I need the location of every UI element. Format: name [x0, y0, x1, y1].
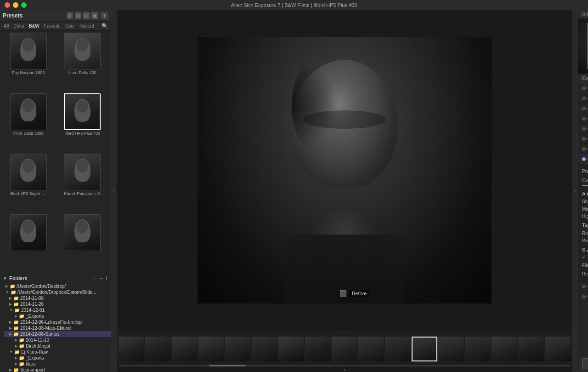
film-thumb[interactable]: [332, 337, 357, 361]
folder-item[interactable]: ▶ 📁 klara: [4, 361, 111, 367]
preset-item[interactable]: Ilford HP5 Plus 400: [56, 93, 109, 153]
folder-item[interactable]: ▼ 📁 Ej Klara-Raw: [4, 349, 111, 355]
folder-item[interactable]: ▶ 📁 2014-12-08-Mats-Eklund: [4, 325, 111, 331]
panel-enable-dot[interactable]: [582, 147, 586, 151]
folder-item[interactable]: ▶ 📁 2014-11-08: [4, 295, 111, 301]
filmstrip-scrollbar[interactable]: [117, 364, 572, 367]
film-thumb[interactable]: [278, 337, 304, 361]
filter-all[interactable]: All: [3, 23, 10, 29]
preset-item[interactable]: Ilford Delta 100: [56, 33, 109, 92]
right-collapse-handle[interactable]: ›: [572, 10, 578, 372]
film-thumb[interactable]: [518, 337, 544, 361]
film-thumb[interactable]: [225, 337, 251, 361]
search-icon[interactable]: 🔍: [102, 23, 108, 29]
folders-header[interactable]: ▼ Folders ··· − +: [0, 273, 111, 283]
grid-small-icon[interactable]: ⊞: [67, 12, 73, 19]
filter-user[interactable]: User: [64, 23, 76, 29]
close-button[interactable]: [5, 2, 10, 8]
film-thumb[interactable]: [145, 337, 171, 361]
folder-item[interactable]: ▶ 📁 _Exports: [4, 313, 111, 319]
panel-vignette[interactable]: ↺ Vignette ◀: [578, 124, 588, 134]
panel-ir[interactable]: ↺ IR ◀: [578, 281, 588, 292]
panel-enable-dot[interactable]: [582, 97, 586, 100]
panel-color[interactable]: ↺ Color ◀: [578, 103, 588, 114]
filter-favorite[interactable]: Favorite: [43, 23, 62, 29]
panel-enable-dot[interactable]: [582, 157, 586, 161]
panel-enable-dot[interactable]: [582, 295, 586, 298]
panel-bokeh[interactable]: ↺ Bokeh ◀: [578, 292, 588, 302]
panel-tone-curve[interactable]: ↺ Tone Curve ◀: [578, 114, 588, 124]
preset-item[interactable]: Fuji Neopan 1600: [2, 33, 55, 92]
film-thumb[interactable]: [305, 337, 331, 361]
folder-item[interactable]: ▶ 📁 2014-11-26: [4, 301, 111, 307]
film-thumb[interactable]: [385, 337, 411, 361]
panel-enable-dot[interactable]: [582, 86, 586, 90]
folder-item[interactable]: ▶ 📁 Direktfångst: [4, 343, 111, 349]
revert-button[interactable]: Revert: [582, 358, 588, 369]
folder-item[interactable]: ▶ 📁 2014-12-10: [4, 337, 111, 343]
panel-focus[interactable]: ↺ Focus ◀: [578, 144, 588, 154]
panel-basic[interactable]: ↺ Basic ◀: [578, 83, 588, 93]
film-thumb[interactable]: [198, 337, 224, 361]
folder-minus[interactable]: −: [100, 275, 103, 281]
size-label: Size: [582, 247, 588, 252]
midtone-label: Midtone: [582, 206, 588, 212]
window-controls[interactable]: [5, 2, 27, 8]
panel-indicators: ↺: [582, 116, 588, 121]
panel-enable-dot[interactable]: [582, 137, 586, 141]
film-thumb[interactable]: [545, 337, 571, 361]
before-checkbox[interactable]: [340, 290, 346, 297]
film-thumb[interactable]: [465, 337, 491, 361]
panel-enable-dot[interactable]: [582, 127, 586, 131]
list-icon[interactable]: ≡: [83, 12, 90, 19]
film-thumb[interactable]: [172, 337, 198, 361]
film-thumb[interactable]: [438, 337, 464, 361]
folder-item[interactable]: ▶ 📁 2014-12-06-LukasoFia-brollop: [4, 319, 111, 325]
panel-enable-dot[interactable]: [582, 285, 586, 288]
grid-medium-icon[interactable]: ⊟: [75, 12, 81, 19]
preset-item[interactable]: Ilford Delta 3200: [2, 93, 55, 153]
panel-grain[interactable]: ↺ Grain ▼: [578, 154, 588, 164]
grain-strength-slider[interactable]: [582, 185, 588, 186]
preset-item[interactable]: Ilford XP2 Super 400: [2, 154, 55, 213]
add-preset-button[interactable]: +: [101, 12, 108, 19]
folder-item[interactable]: ▶ 📁 _Exports: [4, 355, 111, 361]
preset-item[interactable]: [2, 214, 55, 269]
film-thumb[interactable]: [492, 337, 517, 361]
filter-bw[interactable]: B&W: [28, 23, 40, 29]
size-auto-row: ✓ Automatic: [582, 254, 588, 259]
size-auto-check[interactable]: ✓: [582, 254, 586, 259]
panels-list: ↺ Basic ◀ ↺ Crop And Rotate ◀ ↺: [578, 83, 588, 355]
panel-crop[interactable]: ↺ Crop And Rotate ◀: [578, 93, 588, 103]
title-bar: Alien Skin Exposure 7 | B&W Films | Ilfo…: [0, 0, 588, 10]
folder-item[interactable]: ▼ 📁 /Users/Gordon/Dropbox/Datorn/Bilde..…: [4, 289, 111, 295]
folder-item-selected[interactable]: ▶ 📁 2014-12-08-Santos: [4, 331, 111, 337]
preset-item[interactable]: Kodak Panatomic-X: [56, 154, 109, 213]
film-thumb-active[interactable]: [412, 337, 437, 361]
compare-icon[interactable]: ⊠: [91, 12, 98, 19]
maximize-button[interactable]: [21, 2, 27, 8]
panel-overlays[interactable]: ↺ Overlays ◀: [578, 134, 588, 144]
folder-plus[interactable]: +: [105, 275, 108, 281]
filter-recent[interactable]: Recent: [79, 23, 95, 29]
panel-indicators: ↺: [582, 284, 588, 289]
film-thumb[interactable]: [252, 337, 277, 361]
panel-enable-dot[interactable]: [582, 107, 586, 110]
grain-preset-row: Preset: *Off* ↺: [582, 167, 588, 175]
left-collapse-handle[interactable]: ‹: [111, 10, 117, 372]
panel-indicators: ↺: [582, 136, 588, 142]
minimize-button[interactable]: [13, 2, 18, 8]
folder-item[interactable]: ▶ 📁 Scan-import: [4, 367, 111, 372]
preset-item[interactable]: [56, 214, 109, 269]
panel-enable-dot[interactable]: [582, 117, 586, 120]
folder-item[interactable]: ▶ 📁 /Users/Gordon/Desktop/: [4, 283, 111, 289]
film-thumb[interactable]: [358, 337, 384, 361]
presets-header: Presets ⊞ ⊟ ≡ ⊠ +: [0, 10, 111, 22]
filmstrip-collapse[interactable]: ▾: [117, 367, 572, 372]
push-processing-slider-row: Push Processing: [582, 238, 588, 243]
film-thumb[interactable]: [119, 337, 144, 361]
grid-control[interactable]: Grid: [582, 12, 588, 17]
folder-item[interactable]: ▼ 📁 2014-12-01: [4, 307, 111, 313]
navigator-section: Grid Fit 1:1 Navigator ▼: [578, 10, 588, 74]
filter-color[interactable]: Color: [12, 23, 25, 29]
